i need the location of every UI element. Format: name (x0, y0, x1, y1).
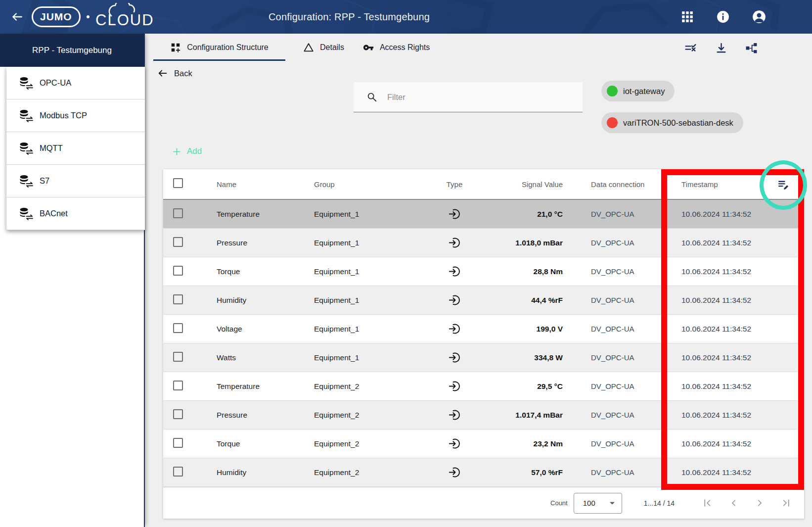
row-checkbox[interactable] (173, 438, 183, 448)
cell-data-connection: DV_OPC-UA (564, 239, 670, 247)
tab-label: Details (320, 43, 344, 52)
first-page-icon[interactable] (702, 498, 713, 508)
status-dot-green (607, 86, 618, 96)
filter-field[interactable] (354, 82, 583, 112)
table-row[interactable]: WattsEquipment_1 334,8 WDV_OPC-UA10.06.2… (163, 343, 804, 372)
playlist-check-icon[interactable] (684, 42, 697, 54)
table-row[interactable]: PressureEquipment_2 1.017,4 mBarDV_OPC-U… (163, 401, 804, 430)
page-size-value: 100 (583, 499, 595, 507)
sidebar-item-opc-ua[interactable]: OPC-UA (6, 67, 145, 99)
column-header-group[interactable]: Group (312, 180, 435, 189)
add-button[interactable]: Add (172, 146, 202, 156)
table-row[interactable]: HumidityEquipment_1 44,4 %rFDV_OPC-UA10.… (163, 286, 804, 315)
page-size-select[interactable]: 100 (574, 493, 622, 514)
tab-label: Access Rights (380, 43, 430, 52)
sidebar-item-label: S7 (40, 176, 49, 186)
cell-data-connection: DV_OPC-UA (564, 267, 670, 276)
row-checkbox[interactable] (173, 294, 183, 304)
table-row[interactable]: TemperatureEquipment_1 21,0 °CDV_OPC-UA1… (163, 200, 804, 229)
tab-access-rights[interactable]: Access Rights (362, 34, 431, 61)
cell-timestamp: 10.06.2024 11:34:52 (670, 382, 804, 391)
column-header-data-connection[interactable]: Data connection (564, 180, 670, 189)
cell-name: Voltage (198, 325, 312, 334)
tab-details[interactable]: Details (302, 34, 345, 61)
cell-name: Torque (198, 439, 312, 448)
cell-group: Equipment_1 (312, 353, 435, 362)
info-icon[interactable] (717, 10, 729, 23)
table-row[interactable]: VoltageEquipment_1 199,0 VDV_OPC-UA10.06… (163, 315, 804, 343)
column-header-type[interactable]: Type (435, 180, 474, 189)
row-checkbox[interactable] (173, 409, 183, 419)
pagination-controls (702, 498, 791, 508)
sidebar-item-s7[interactable]: S7 (6, 165, 145, 197)
warning-triangle-icon (303, 42, 314, 53)
cell-timestamp: 10.06.2024 11:34:52 (670, 411, 804, 420)
cell-group: Equipment_1 (312, 296, 435, 305)
apps-grid-icon[interactable] (681, 10, 694, 23)
row-checkbox[interactable] (173, 467, 183, 477)
select-all-checkbox[interactable] (173, 178, 183, 188)
row-checkbox[interactable] (173, 381, 183, 390)
cell-signal-value: 21,0 °C (474, 210, 564, 219)
cell-name: Pressure (198, 411, 312, 420)
column-header-signal-value[interactable]: Signal Value (474, 180, 564, 189)
account-icon[interactable] (752, 10, 766, 24)
sidebar-item-mqtt[interactable]: MQTT (6, 132, 145, 165)
cell-group: Equipment_2 (312, 468, 435, 477)
filter-input[interactable] (387, 93, 550, 102)
signal-input-icon (448, 380, 461, 393)
row-checkbox[interactable] (173, 266, 183, 276)
table-row[interactable]: PressureEquipment_1 1.018,0 mBarDV_OPC-U… (163, 229, 804, 257)
table-row[interactable]: HumidityEquipment_2 57,0 %rFDV_OPC-UA10.… (163, 458, 804, 487)
cell-name: Temperature (198, 382, 312, 391)
count-label: Count (550, 499, 568, 507)
signal-input-icon (448, 322, 461, 335)
table-row[interactable]: TorqueEquipment_1 28,8 NmDV_OPC-UA10.06.… (163, 257, 804, 286)
table-row[interactable]: TemperatureEquipment_2 29,5 °CDV_OPC-UA1… (163, 372, 804, 401)
cell-signal-value: 28,8 Nm (474, 267, 564, 276)
sidebar-item-label: OPC-UA (40, 78, 71, 88)
page-title: Configuration: RPP - Testumgebung (0, 0, 698, 34)
cell-signal-value: 57,0 %rF (474, 468, 564, 477)
database-sync-icon (19, 175, 33, 188)
cell-group: Equipment_1 (312, 267, 435, 276)
cell-data-connection: DV_OPC-UA (564, 325, 670, 333)
cell-timestamp: 10.06.2024 11:34:52 (670, 468, 804, 477)
database-sync-icon (19, 207, 33, 220)
row-checkbox[interactable] (173, 323, 183, 333)
cell-signal-value: 1.018,0 mBar (474, 239, 564, 247)
last-page-icon[interactable] (781, 498, 791, 508)
database-sync-icon (19, 77, 33, 90)
table-row[interactable]: TorqueEquipment_2 23,2 NmDV_OPC-UA10.06.… (163, 430, 804, 458)
row-checkbox[interactable] (173, 237, 183, 247)
edit-columns-icon[interactable] (777, 179, 790, 191)
cell-name: Pressure (198, 239, 312, 247)
column-header-name[interactable]: Name (198, 180, 312, 189)
chevron-down-icon (609, 501, 615, 505)
cell-data-connection: DV_OPC-UA (564, 296, 670, 304)
cell-signal-value: 1.017,4 mBar (474, 411, 564, 420)
next-page-icon[interactable] (755, 498, 765, 508)
cell-group: Equipment_2 (312, 439, 435, 448)
sidebar-item-label: BACnet (40, 209, 68, 218)
schema-tree-icon[interactable] (745, 42, 758, 54)
cell-timestamp: 10.06.2024 11:34:52 (670, 325, 804, 334)
device-chip-iot-gateway[interactable]: iot-gateway (601, 81, 675, 101)
sidebar-item-bacnet[interactable]: BACnet (6, 197, 145, 230)
signal-input-icon (448, 236, 461, 249)
tab-configuration-structure[interactable]: Configuration Structure (153, 34, 285, 61)
device-chip-varitron[interactable]: variTRON-500-sebastian-desk (601, 112, 743, 133)
row-checkbox[interactable] (173, 352, 183, 362)
sidebar-item-modbus-tcp[interactable]: Modbus TCP (6, 99, 145, 132)
device-label: iot-gateway (623, 87, 665, 96)
row-checkbox[interactable] (173, 208, 183, 218)
back-button[interactable]: Back (157, 68, 192, 79)
cell-timestamp: 10.06.2024 11:34:52 (670, 267, 804, 276)
tab-label: Configuration Structure (187, 43, 269, 52)
search-icon (366, 92, 377, 102)
signal-input-icon (448, 437, 461, 450)
previous-page-icon[interactable] (728, 498, 739, 508)
download-icon[interactable] (715, 42, 727, 54)
device-label: variTRON-500-sebastian-desk (623, 118, 733, 128)
add-label: Add (187, 146, 202, 156)
